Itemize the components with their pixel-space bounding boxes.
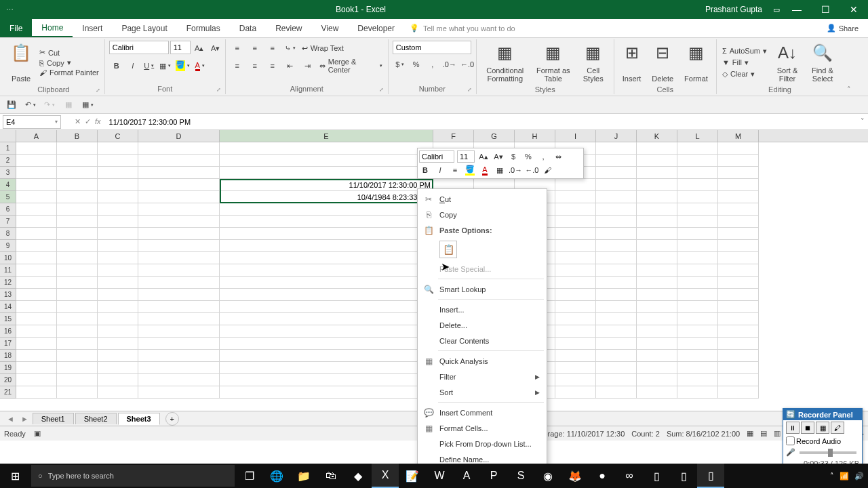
cell[interactable] bbox=[138, 203, 220, 216]
qat-button[interactable]: ▦▾ bbox=[80, 98, 95, 113]
cell[interactable] bbox=[718, 179, 759, 191]
insert-cells-button[interactable]: ⊞Insert bbox=[618, 41, 646, 84]
merge-center-button[interactable]: ⇔Merge & Center▾ bbox=[318, 58, 384, 73]
recorder-pause[interactable]: ⏸ bbox=[786, 422, 800, 434]
copy-button[interactable]: ⎘Copy▾ bbox=[38, 58, 100, 68]
cell[interactable] bbox=[16, 216, 57, 228]
taskbar-search[interactable]: ○ Type here to search bbox=[31, 465, 235, 487]
cell[interactable] bbox=[138, 325, 220, 338]
row-header[interactable]: 5 bbox=[0, 191, 16, 203]
format-as-table-button[interactable]: ▦Format as Table bbox=[532, 41, 574, 84]
cell[interactable] bbox=[57, 240, 98, 252]
qat-button[interactable]: ▦ bbox=[61, 98, 76, 113]
menu-filter[interactable]: Filter▶ bbox=[419, 369, 545, 384]
cell[interactable] bbox=[677, 338, 718, 350]
cell[interactable] bbox=[220, 301, 433, 313]
cell[interactable] bbox=[677, 228, 718, 240]
cell[interactable] bbox=[138, 289, 220, 301]
cell[interactable] bbox=[16, 252, 57, 264]
cell[interactable] bbox=[718, 350, 759, 362]
cell[interactable]: 11/10/2017 12:30:00 PM bbox=[220, 179, 433, 191]
mini-percent[interactable]: % bbox=[522, 150, 534, 163]
tray-expand[interactable]: ˄ bbox=[830, 472, 834, 481]
mini-font-color[interactable]: A bbox=[479, 164, 491, 176]
cell[interactable] bbox=[677, 142, 718, 155]
cell[interactable] bbox=[57, 301, 98, 313]
cell[interactable] bbox=[637, 301, 677, 313]
row-header[interactable]: 12 bbox=[0, 277, 16, 289]
cell[interactable] bbox=[220, 313, 433, 325]
decrease-indent-button[interactable]: ⇤ bbox=[283, 58, 298, 73]
align-top-button[interactable]: ≡ bbox=[230, 41, 245, 56]
align-left-button[interactable]: ≡ bbox=[230, 58, 245, 73]
mini-dec-decimal[interactable]: ←.0 bbox=[525, 164, 538, 176]
tab-review[interactable]: Review bbox=[266, 19, 311, 37]
row-header[interactable]: 2 bbox=[0, 155, 16, 167]
formula-input[interactable]: 11/10/2017 12:30:00 PM bbox=[105, 118, 857, 126]
cell[interactable] bbox=[637, 386, 677, 399]
cell[interactable] bbox=[718, 289, 759, 301]
cell[interactable] bbox=[596, 252, 637, 264]
cell[interactable] bbox=[98, 313, 138, 325]
mini-fill-color[interactable]: 🪣 bbox=[464, 164, 476, 176]
cell[interactable] bbox=[677, 374, 718, 386]
cell[interactable] bbox=[220, 240, 433, 252]
cancel-formula-button[interactable]: ✕ bbox=[75, 117, 81, 126]
underline-button[interactable]: U▾ bbox=[142, 58, 157, 73]
row-header[interactable]: 1 bbox=[0, 142, 16, 155]
cell[interactable] bbox=[16, 313, 57, 325]
cell[interactable] bbox=[718, 167, 759, 179]
cell[interactable] bbox=[98, 142, 138, 155]
cell[interactable] bbox=[16, 155, 57, 167]
cell[interactable] bbox=[138, 155, 220, 167]
cell[interactable] bbox=[677, 325, 718, 338]
cell[interactable] bbox=[16, 277, 57, 289]
cell[interactable] bbox=[677, 191, 718, 203]
macro-record-icon[interactable]: ▣ bbox=[34, 429, 41, 438]
cell[interactable] bbox=[138, 301, 220, 313]
row-header[interactable]: 20 bbox=[0, 374, 16, 386]
cell[interactable] bbox=[98, 216, 138, 228]
comma-format-button[interactable]: , bbox=[425, 57, 440, 72]
col-header[interactable]: M bbox=[718, 130, 759, 142]
format-cells-button[interactable]: ▦Format bbox=[680, 41, 712, 84]
cell[interactable] bbox=[637, 167, 677, 179]
taskbar-chrome[interactable]: ◉ bbox=[534, 464, 561, 488]
cell[interactable] bbox=[677, 216, 718, 228]
row-header[interactable]: 3 bbox=[0, 167, 16, 179]
cell[interactable] bbox=[677, 203, 718, 216]
cell[interactable] bbox=[98, 191, 138, 203]
taskbar-access[interactable]: A bbox=[453, 464, 480, 488]
taskbar-vs[interactable]: ∞ bbox=[616, 464, 643, 488]
menu-smart-lookup[interactable]: 🔍Smart Lookup bbox=[419, 281, 545, 297]
cell[interactable] bbox=[596, 325, 637, 338]
taskbar-skype[interactable]: S bbox=[507, 464, 534, 488]
cell[interactable] bbox=[718, 362, 759, 374]
clear-button[interactable]: ◇Clear▾ bbox=[721, 69, 768, 79]
tab-insert[interactable]: Insert bbox=[73, 19, 112, 37]
cell[interactable] bbox=[718, 277, 759, 289]
cell[interactable] bbox=[220, 216, 433, 228]
cell[interactable] bbox=[596, 191, 637, 203]
menu-clear-contents[interactable]: Clear Contents bbox=[419, 333, 545, 348]
cell[interactable] bbox=[677, 277, 718, 289]
cell[interactable] bbox=[138, 240, 220, 252]
cell[interactable] bbox=[677, 179, 718, 191]
cell[interactable] bbox=[596, 350, 637, 362]
cell[interactable] bbox=[596, 216, 637, 228]
sort-filter-button[interactable]: A↓Sort & Filter bbox=[771, 41, 804, 84]
cell[interactable] bbox=[718, 155, 759, 167]
col-header[interactable]: J bbox=[596, 130, 637, 142]
cell[interactable] bbox=[16, 179, 57, 191]
cell[interactable] bbox=[138, 350, 220, 362]
col-header[interactable]: G bbox=[474, 130, 515, 142]
cell[interactable] bbox=[637, 179, 677, 191]
tab-file[interactable]: File bbox=[0, 19, 32, 37]
taskbar-dropbox[interactable]: ◆ bbox=[344, 464, 372, 488]
cell[interactable] bbox=[637, 252, 677, 264]
mini-bold[interactable]: B bbox=[419, 164, 431, 176]
close-button[interactable]: ✕ bbox=[842, 0, 865, 19]
cell[interactable] bbox=[718, 325, 759, 338]
mini-merge[interactable]: ⇔ bbox=[552, 150, 564, 163]
cell[interactable] bbox=[718, 386, 759, 399]
